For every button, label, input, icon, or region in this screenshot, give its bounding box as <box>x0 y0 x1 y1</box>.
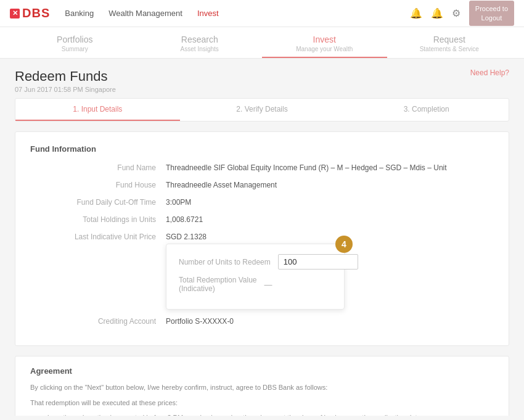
nav-banking[interactable]: Banking <box>65 9 94 18</box>
fund-name-row: Fund Name Threadneedle SIF Global Equity… <box>30 162 494 173</box>
page-header: Redeem Funds 07 Jun 2017 01:58 PM Singap… <box>15 68 509 93</box>
nav-invest[interactable]: Invest <box>197 9 219 18</box>
tab-invest[interactable]: Invest Manage your Wealth <box>262 27 387 58</box>
redemption-value-row: Total Redemption Value(Indicative) — <box>179 276 332 293</box>
cutoff-row: Fund Daily Cut-Off Time 3:00PM <box>30 197 494 208</box>
units-input[interactable] <box>278 254 358 270</box>
fund-name-value: Threadneedle SIF Global Equity Income Fu… <box>166 162 447 173</box>
logo-area: ✕ DBS <box>10 6 50 20</box>
fund-house-label: Fund House <box>30 179 166 191</box>
unit-price-value: SGD 2.1328 <box>166 231 207 242</box>
holdings-row: Total Holdings in Units 1,008.6721 <box>30 214 494 225</box>
nav-links: Banking Wealth Management Invest <box>65 9 410 18</box>
crediting-label: Crediting Account <box>30 316 166 327</box>
page-title: Redeem Funds <box>15 68 116 84</box>
holdings-label: Total Holdings in Units <box>30 214 166 225</box>
fund-house-value: Threadneedle Asset Management <box>166 179 277 191</box>
agreement-text-2: That redemption will be executed at thes… <box>30 397 494 409</box>
need-help-link[interactable]: Need Help? <box>470 68 509 77</box>
tab-bar: Portfolios Summary Research Asset Insigh… <box>0 27 524 59</box>
agreement-section: Agreement By clicking on the "Next" butt… <box>15 356 509 416</box>
tab-portfolios[interactable]: Portfolios Summary <box>12 27 137 58</box>
step-indicator: 1. Input Details 2. Verify Details 3. Co… <box>15 98 509 121</box>
redemption-label: Total Redemption Value(Indicative) <box>179 276 257 293</box>
agreement-bullets: where the redemption is accepted before … <box>30 412 494 416</box>
fund-section-title: Fund Information <box>30 144 494 154</box>
alert-icon[interactable]: 🔔 <box>431 7 443 19</box>
agreement-bullet-1: where the redemption is accepted before … <box>43 412 494 416</box>
cutoff-value: 3:00PM <box>166 197 191 208</box>
top-navigation: ✕ DBS Banking Wealth Management Invest 🔔… <box>0 0 524 27</box>
fund-info-card: Fund Information Fund Name Threadneedle … <box>15 131 509 346</box>
tab-research[interactable]: Research Asset Insights <box>137 27 263 58</box>
holdings-value: 1,008.6721 <box>166 214 203 225</box>
cutoff-label: Fund Daily Cut-Off Time <box>30 197 166 208</box>
crediting-row: Crediting Account Portfolio S-XXXXX-0 <box>30 316 494 327</box>
nav-wealth[interactable]: Wealth Management <box>108 9 182 18</box>
bell-icon[interactable]: 🔔 <box>410 7 422 19</box>
fund-house-row: Fund House Threadneedle Asset Management <box>30 179 494 191</box>
units-input-label: Number of Units to Redeem <box>179 258 271 266</box>
tab-request[interactable]: Request Statements & Service <box>387 27 512 58</box>
nav-icons: 🔔 🔔 ⚙ Proceed toLogout <box>410 1 514 26</box>
unit-price-row: Last Indicative Unit Price SGD 2.1328 <box>30 231 494 242</box>
settings-icon[interactable]: ⚙ <box>452 7 461 19</box>
redemption-value: — <box>264 280 272 289</box>
units-input-box: 4 Number of Units to Redeem Total Redemp… <box>166 244 345 310</box>
crediting-value: Portfolio S-XXXXX-0 <box>166 316 234 327</box>
step-1: 1. Input Details <box>15 99 180 121</box>
step-2: 2. Verify Details <box>180 99 345 121</box>
fund-name-label: Fund Name <box>30 162 166 173</box>
step-badge-4: 4 <box>335 236 353 253</box>
proceed-logout-button[interactable]: Proceed toLogout <box>469 1 514 26</box>
agreement-text-1: By clicking on the "Next" button below, … <box>30 382 494 393</box>
agreement-title: Agreement <box>30 366 494 376</box>
units-input-row: Number of Units to Redeem <box>179 254 332 270</box>
main-content: Redeem Funds 07 Jun 2017 01:58 PM Singap… <box>0 59 524 416</box>
unit-price-label: Last Indicative Unit Price <box>30 231 166 242</box>
dbs-logo: DBS <box>22 6 50 20</box>
step-3: 3. Completion <box>344 99 509 121</box>
page-date: 07 Jun 2017 01:58 PM Singapore <box>15 86 116 93</box>
logo-x-icon: ✕ <box>10 9 20 19</box>
